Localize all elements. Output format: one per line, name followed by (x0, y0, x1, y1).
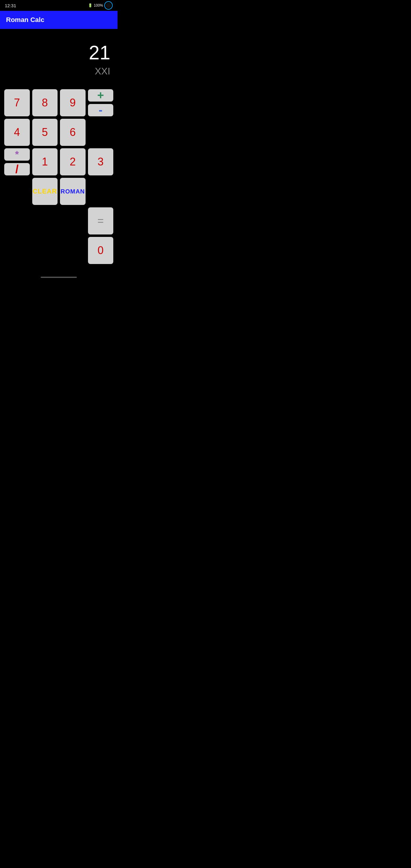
battery-icon: 🔋 (88, 3, 93, 7)
mul-div-pair: * / (4, 148, 30, 205)
app-title: Roman Calc (6, 16, 44, 24)
button-5[interactable]: 5 (32, 119, 58, 146)
app-bar: Roman Calc (0, 11, 118, 29)
calculator-final: 7 8 9 + - 4 5 6 * / 1 2 3 CLEAR (0, 89, 118, 273)
status-bar: 12:31 🔋 100% (0, 0, 118, 11)
button-roman[interactable]: ROMAN (60, 178, 86, 205)
button-equals[interactable]: = (88, 207, 114, 235)
battery-percent: 100% (94, 3, 103, 7)
bottom-nav (0, 273, 118, 283)
button-2[interactable]: 2 (60, 148, 86, 176)
button-divide[interactable]: / (4, 163, 30, 176)
button-8[interactable]: 8 (32, 89, 58, 116)
button-multiply[interactable]: * (4, 148, 30, 161)
button-1[interactable]: 1 (32, 148, 58, 176)
button-9[interactable]: 9 (60, 89, 86, 116)
button-6[interactable]: 6 (60, 119, 86, 146)
button-4[interactable]: 4 (4, 119, 30, 146)
button-7[interactable]: 7 (4, 89, 30, 116)
status-time: 12:31 (5, 3, 16, 8)
camera-icon (104, 1, 113, 10)
display-area: 21 XXI (0, 29, 118, 89)
nav-indicator (41, 277, 77, 278)
status-icons: 🔋 100% (88, 1, 113, 10)
keypad: 7 8 9 + - 4 5 6 * / 1 2 3 CLEAR (4, 89, 113, 264)
button-3[interactable]: 3 (88, 148, 114, 176)
display-number: 21 (89, 41, 110, 64)
button-0[interactable]: 0 (88, 237, 114, 264)
button-plus[interactable]: + (88, 89, 114, 101)
button-clear[interactable]: CLEAR (32, 178, 58, 205)
plus-minus-pair: + - (88, 89, 114, 146)
button-minus[interactable]: - (88, 104, 114, 116)
display-roman: XXI (95, 66, 110, 77)
